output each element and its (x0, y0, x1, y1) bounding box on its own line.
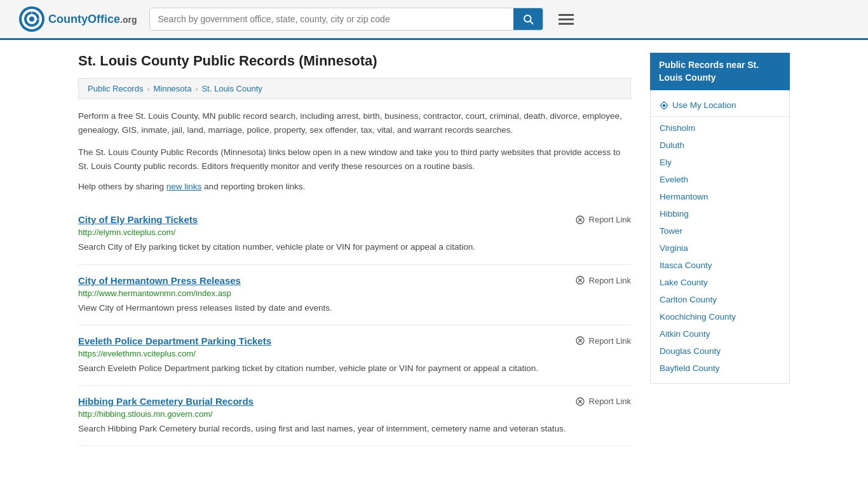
sidebar-link-bayfield-county[interactable]: Bayfield County (651, 360, 789, 377)
sidebar-link-hermantown[interactable]: Hermantown (651, 188, 789, 205)
record-title-0[interactable]: City of Ely Parking Tickets (78, 214, 198, 225)
sidebar-body: Use My Location ChisholmDuluthElyEveleth… (650, 90, 790, 384)
site-logo[interactable]: CountyOffice.org (19, 6, 137, 32)
report-link-3[interactable]: Report Link (575, 396, 631, 407)
use-my-location-label: Use My Location (672, 100, 736, 110)
breadcrumb-sep-2: › (195, 85, 198, 93)
record-url-3[interactable]: http://hibbing.stlouis.mn.govern.com/ (78, 409, 631, 419)
help-suffix: and reporting broken links. (201, 182, 305, 191)
report-link-1[interactable]: Report Link (575, 275, 631, 285)
search-input[interactable] (150, 9, 513, 29)
logo-icon (19, 6, 44, 32)
description-1: Perform a free St. Louis County, MN publ… (78, 109, 631, 137)
sidebar-link-eveleth[interactable]: Eveleth (651, 171, 789, 188)
record-header: Hibbing Park Cemetery Burial Records Rep… (78, 396, 631, 407)
content-area: St. Louis County Public Records (Minneso… (78, 53, 631, 446)
sidebar-link-ely[interactable]: Ely (651, 154, 789, 171)
breadcrumb: Public Records › Minnesota › St. Louis C… (78, 78, 631, 99)
svg-line-6 (531, 21, 533, 24)
breadcrumb-public-records[interactable]: Public Records (88, 84, 143, 93)
search-icon (522, 13, 534, 25)
menu-bar-2 (559, 18, 574, 20)
record-item: Hibbing Park Cemetery Burial Records Rep… (78, 386, 631, 446)
svg-point-19 (663, 104, 666, 107)
sidebar-link-douglas-county[interactable]: Douglas County (651, 342, 789, 360)
record-url-1[interactable]: http://www.hermantownmn.com/index.asp (78, 288, 631, 298)
record-title-1[interactable]: City of Hermantown Press Releases (78, 275, 241, 286)
report-link-2[interactable]: Report Link (575, 336, 631, 346)
menu-bar-3 (559, 23, 574, 25)
record-desc-2: Search Eveleth Police Department parking… (78, 362, 631, 375)
help-text: Help others by sharing new links and rep… (78, 182, 631, 191)
record-item: City of Ely Parking Tickets Report Link … (78, 204, 631, 264)
new-links-link[interactable]: new links (166, 182, 202, 191)
record-url-2[interactable]: https://evelethmn.vciteplus.com/ (78, 349, 631, 358)
menu-button[interactable] (556, 9, 576, 30)
sidebar-link-hibbing[interactable]: Hibbing (651, 205, 789, 222)
breadcrumb-sep-1: › (147, 85, 149, 93)
record-desc-1: View City of Hermantown press releases l… (78, 302, 631, 315)
search-bar (149, 8, 543, 30)
sidebar-link-aitkin-county[interactable]: Aitkin County (651, 325, 789, 342)
record-header: City of Ely Parking Tickets Report Link (78, 214, 631, 225)
record-url-0[interactable]: http://elymn.vciteplus.com/ (78, 227, 631, 237)
menu-bar-1 (559, 14, 574, 16)
record-title-2[interactable]: Eveleth Police Department Parking Ticket… (78, 336, 271, 346)
page-title: St. Louis County Public Records (Minneso… (78, 53, 631, 69)
sidebar-header: Public Records near St. Louis County (650, 53, 790, 90)
record-title-3[interactable]: Hibbing Park Cemetery Burial Records (78, 396, 254, 407)
sidebar-links: ChisholmDuluthElyEvelethHermantownHibbin… (651, 119, 789, 377)
report-icon-3 (575, 396, 585, 407)
record-desc-0: Search City of Ely parking ticket by cit… (78, 241, 631, 254)
logo-text: CountyOffice.org (48, 13, 137, 26)
sidebar-link-itasca-county[interactable]: Itasca County (651, 257, 789, 274)
use-my-location[interactable]: Use My Location (651, 97, 789, 114)
sidebar-link-duluth[interactable]: Duluth (651, 137, 789, 154)
help-prefix: Help others by sharing (78, 182, 166, 191)
sidebar-link-koochiching-county[interactable]: Koochiching County (651, 308, 789, 325)
sidebar-link-chisholm[interactable]: Chisholm (651, 119, 789, 137)
svg-point-4 (29, 17, 34, 22)
main-container: St. Louis County Public Records (Minneso… (59, 40, 809, 459)
records-list: City of Ely Parking Tickets Report Link … (78, 204, 631, 446)
record-item: City of Hermantown Press Releases Report… (78, 265, 631, 325)
sidebar: Public Records near St. Louis County Use… (650, 53, 790, 446)
breadcrumb-st-louis-county[interactable]: St. Louis County (201, 84, 262, 93)
location-icon (660, 101, 668, 110)
report-link-0[interactable]: Report Link (575, 215, 631, 225)
description-2: The St. Louis County Public Records (Min… (78, 146, 631, 173)
sidebar-link-carlton-county[interactable]: Carlton County (651, 291, 789, 308)
record-desc-3: Search Hibbing Park Cemetery burial reco… (78, 423, 631, 435)
record-header: Eveleth Police Department Parking Ticket… (78, 336, 631, 346)
breadcrumb-minnesota[interactable]: Minnesota (153, 84, 191, 93)
site-header: CountyOffice.org (0, 0, 868, 40)
record-header: City of Hermantown Press Releases Report… (78, 275, 631, 286)
report-icon-0 (575, 215, 585, 225)
search-button[interactable] (513, 8, 543, 30)
sidebar-divider (651, 116, 789, 117)
report-icon-2 (575, 336, 585, 346)
report-icon-1 (575, 275, 585, 285)
sidebar-link-tower[interactable]: Tower (651, 222, 789, 240)
record-item: Eveleth Police Department Parking Ticket… (78, 325, 631, 386)
sidebar-link-lake-county[interactable]: Lake County (651, 274, 789, 291)
sidebar-link-virginia[interactable]: Virginia (651, 240, 789, 257)
